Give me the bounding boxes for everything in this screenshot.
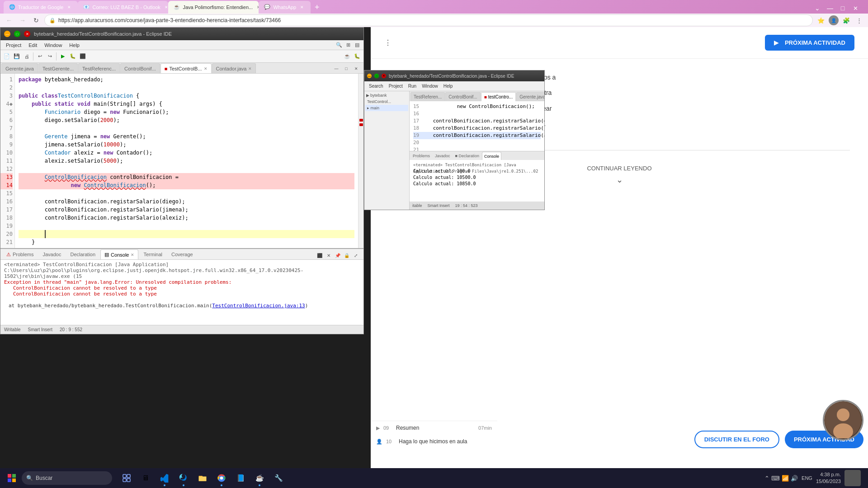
- tab-contador-close[interactable]: ✕: [248, 66, 252, 71]
- e2-tab-console[interactable]: Console: [482, 152, 501, 160]
- proxima-actividad-top[interactable]: ▶ PRÓXIMA ACTIVIDAD: [765, 35, 854, 51]
- e2-tab-controlbonif[interactable]: ControlBonif...: [445, 92, 480, 101]
- editor-max[interactable]: □: [342, 64, 351, 73]
- close-browser[interactable]: ✕: [850, 3, 861, 14]
- refresh-button[interactable]: ↻: [31, 15, 42, 26]
- eclipse2-code[interactable]: 15 new ControlBonificacion(); 16 17 cont…: [410, 101, 544, 151]
- tab-list-button[interactable]: ⌄: [812, 3, 823, 14]
- video-item-aula[interactable]: 👤 10 Haga lo que hicimos en aula: [371, 435, 497, 448]
- taskbar-app-taskview[interactable]: [118, 469, 136, 487]
- eclipse2-menu-help[interactable]: Help: [441, 83, 456, 89]
- redo-btn[interactable]: ↪: [45, 52, 54, 61]
- system-clock[interactable]: 4:38 p.m. 15/06/2023: [816, 471, 841, 485]
- editor-min[interactable]: —: [332, 64, 341, 73]
- eclipse2-maximize[interactable]: □: [374, 74, 379, 78]
- tab-testcontrolb[interactable]: ■ TestControlB... ✕: [160, 63, 212, 73]
- taskbar-app-eclipse[interactable]: ☕: [250, 469, 269, 487]
- taskbar-app-edge[interactable]: [175, 469, 193, 487]
- eclipse-maximize[interactable]: □: [14, 31, 20, 37]
- taskbar-app-word[interactable]: 📘: [231, 469, 250, 487]
- extensions-button[interactable]: 🧩: [841, 15, 852, 26]
- new-tab-button[interactable]: +: [311, 1, 323, 14]
- tray-up-icon[interactable]: ⌃: [764, 475, 769, 482]
- e2-tab-testcontrol[interactable]: ■ testContro...: [481, 92, 516, 101]
- eclipse2-minimize[interactable]: —: [367, 74, 372, 78]
- tab-gerente[interactable]: Gerente.java: [1, 63, 38, 73]
- eclipse2-menu-run[interactable]: Run: [406, 83, 419, 89]
- menu-button[interactable]: ⋮: [854, 15, 864, 26]
- eclipse2-close[interactable]: ✕: [382, 74, 386, 78]
- perspective-debug2[interactable]: 🐛: [353, 52, 362, 61]
- tab-testgerente[interactable]: TestGerente...: [38, 63, 78, 73]
- menu-project[interactable]: Project: [2, 42, 25, 49]
- editor-scrollbar[interactable]: [358, 74, 363, 248]
- stop-btn[interactable]: ⬛: [78, 52, 87, 61]
- panel-tab-javadoc[interactable]: Javadoc: [38, 249, 65, 259]
- panel-tab-console[interactable]: ▤ Console ✕: [100, 249, 138, 259]
- e2-tab-declaration[interactable]: ■ Declaration: [453, 152, 481, 160]
- console-clear[interactable]: ✕: [325, 251, 333, 259]
- forward-button[interactable]: →: [17, 15, 28, 26]
- discutir-foro-button[interactable]: DISCUTIR EN EL FORO: [694, 431, 779, 448]
- tab-close-whatsapp[interactable]: ✕: [299, 4, 305, 10]
- tab-contador[interactable]: Contador.java ✕: [212, 63, 256, 73]
- maximize-browser[interactable]: □: [837, 3, 848, 14]
- taskbar-app-chrome[interactable]: [212, 469, 231, 487]
- panel-tab-terminal[interactable]: Terminal: [139, 249, 166, 259]
- eclipse-perspectives[interactable]: ⊞: [344, 41, 353, 50]
- tab-google-translate[interactable]: 🌐 Traductor de Google ✕: [4, 1, 78, 14]
- nav-tree-bytebank[interactable]: ▶ bytebank: [365, 92, 408, 99]
- eclipse2-menu-search[interactable]: Search: [366, 83, 386, 89]
- undo-btn[interactable]: ↩: [35, 52, 44, 61]
- tab-testcontrolb-close[interactable]: ✕: [204, 66, 208, 71]
- tab-close-java[interactable]: ✕: [255, 4, 259, 10]
- panel-tab-declaration[interactable]: Declaration: [66, 249, 99, 259]
- website-menu-dots[interactable]: ⋮: [384, 38, 392, 47]
- eclipse-search[interactable]: 🔍: [335, 41, 344, 50]
- console-link[interactable]: TestControlBonificacion.java:13: [212, 303, 305, 309]
- run-btn[interactable]: ▶: [58, 52, 67, 61]
- eclipse-close[interactable]: ✕: [24, 31, 30, 37]
- back-button[interactable]: ←: [4, 15, 14, 26]
- panel-tab-problems[interactable]: ⚠ Problems: [2, 249, 38, 259]
- sys-lang[interactable]: ENG: [802, 475, 812, 481]
- menu-help[interactable]: Help: [66, 42, 83, 49]
- editor-close2[interactable]: ✕: [352, 64, 361, 73]
- tab-correo[interactable]: 📧 Correo: LUZ BAEZ B - Outlook ✕: [78, 1, 168, 14]
- show-desktop-button[interactable]: [844, 470, 861, 486]
- minimize-browser[interactable]: —: [825, 3, 835, 14]
- nav-main[interactable]: ▸ main: [365, 105, 408, 111]
- taskbar-app-1[interactable]: 🖥: [137, 469, 155, 487]
- taskbar-app-explorer[interactable]: [193, 469, 212, 487]
- console-pin[interactable]: 📌: [334, 251, 342, 259]
- bookmark-button[interactable]: ⭐: [816, 15, 826, 26]
- start-button[interactable]: [4, 470, 20, 486]
- menu-edit[interactable]: Edit: [25, 42, 41, 49]
- profile-button[interactable]: 👤: [828, 15, 839, 26]
- console-tab-close[interactable]: ✕: [131, 253, 134, 257]
- eclipse2-menu-window[interactable]: Window: [419, 83, 441, 89]
- taskbar-app-misc[interactable]: 🔧: [269, 469, 288, 487]
- console-scroll-lock[interactable]: 🔒: [343, 251, 351, 259]
- console-expand[interactable]: ⤢: [352, 251, 360, 259]
- e2-tab-problems[interactable]: Problems: [410, 152, 432, 160]
- nav-testcontrol[interactable]: TestControl...: [365, 99, 408, 105]
- e2-tab-gerente[interactable]: Gerente.java: [516, 92, 544, 101]
- tab-testreferenc[interactable]: TestReferenc...: [78, 63, 120, 73]
- tab-java[interactable]: ☕ Java Polimorfismo: Entendien... ✕: [168, 1, 259, 14]
- tab-close-translate[interactable]: ✕: [66, 4, 72, 10]
- print-btn[interactable]: 🖨: [22, 52, 31, 61]
- tray-network-icon[interactable]: 📶: [782, 475, 789, 482]
- tab-controlbonif[interactable]: ControlBonif...: [120, 63, 160, 73]
- save-btn[interactable]: 💾: [12, 52, 21, 61]
- tab-close-correo[interactable]: ✕: [163, 4, 169, 10]
- menu-window[interactable]: Window: [41, 42, 66, 49]
- taskbar-search-box[interactable]: 🔍 Buscar: [22, 471, 112, 485]
- tab-whatsapp[interactable]: 💬 WhatsApp ✕: [259, 1, 311, 14]
- eclipse2-menu-project[interactable]: Project: [386, 83, 406, 89]
- perspective-java[interactable]: ☕: [343, 52, 352, 61]
- tray-volume-icon[interactable]: 🔊: [791, 475, 798, 482]
- panel-tab-coverage[interactable]: Coverage: [167, 249, 197, 259]
- eclipse-console-icon[interactable]: ▤: [353, 41, 362, 50]
- new-file-btn[interactable]: 📄: [2, 52, 11, 61]
